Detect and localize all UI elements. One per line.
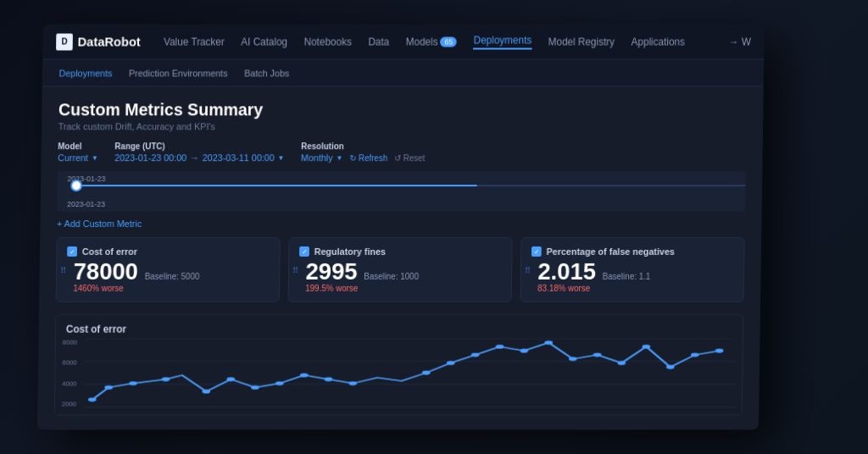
timeline-line [74,185,745,186]
brand-icon: D [56,33,73,50]
models-badge: 65 [440,36,457,47]
nav-item-deployments[interactable]: Deployments [474,34,532,49]
nav-item-ai-catalog[interactable]: AI Catalog [241,36,287,47]
model-value: Current [58,152,88,163]
model-control: Model Current ▼ [58,141,98,163]
svg-point-24 [643,345,651,349]
refresh-button[interactable]: ↻ Refresh [349,153,387,163]
chart-y-label-4000: 4000 [62,379,77,387]
metric-card-2-header: ✓ Regulatory fines [299,246,502,257]
metric-change-1: 1460% worse [67,284,270,293]
reset-label: Reset [403,153,426,163]
metric-value-row-3: 2.015 Baseline: 1.1 [531,260,733,284]
resolution-value: Monthly [301,152,333,163]
timeline-container: 2023-01-23 2023-01-23 [57,171,746,212]
nav-item-applications[interactable]: Applications [631,36,685,47]
brand: D DataRobot [56,33,141,50]
metric-cards: ⠿ ✓ Cost of error 78000 Baseline: 5000 1… [56,237,745,302]
metric-card-3-header: ✓ Percentage of false negatives [531,246,734,257]
resolution-label: Resolution [301,141,425,151]
drag-handle-icon: ⠿ [60,265,66,274]
svg-point-17 [471,353,480,357]
metric-name-1: Cost of error [82,246,137,257]
metric-baseline-2: Baseline: 1000 [364,272,419,281]
metric-value-row-2: 2995 Baseline: 1000 [299,260,502,284]
svg-point-4 [88,397,97,401]
chart-svg-container [84,339,736,408]
controls-row: Model Current ▼ Range (UTC) 2023-01-23 0… [58,141,746,163]
svg-point-14 [348,381,357,385]
sub-nav-batch-jobs[interactable]: Batch Jobs [244,68,289,78]
svg-point-7 [162,377,170,381]
metric-change-2: 199.5% worse [298,284,501,293]
chart-y-label-2000: 2000 [62,400,77,407]
svg-point-19 [520,349,528,353]
nav-item-data[interactable]: Data [368,36,389,47]
chart-y-label-6000: 6000 [62,359,77,367]
svg-point-13 [325,377,333,381]
metric-name-3: Percentage of false negatives [547,246,675,257]
svg-point-23 [617,361,626,365]
metric-card-1-header: ✓ Cost of error [67,246,270,257]
svg-point-15 [422,371,431,375]
metric-card-false-negatives: ⠿ ✓ Percentage of false negatives 2.015 … [520,237,744,302]
metric-value-2: 2995 [305,260,357,284]
svg-point-10 [251,385,259,390]
main-content: Custom Metrics Summary Track custom Drif… [37,86,764,429]
svg-point-20 [544,340,553,345]
timeline-date-top: 2023-01-23 [67,174,105,183]
drag-handle-icon-2: ⠿ [292,265,298,274]
brand-name: DataRobot [78,35,141,49]
resolution-dropdown[interactable]: Monthly ▼ [301,152,343,163]
svg-point-22 [593,353,602,357]
panel-wrapper: D DataRobot Value Tracker AI Catalog Not… [37,25,765,430]
scene: D DataRobot Value Tracker AI Catalog Not… [0,0,868,454]
checkbox-cost-of-error[interactable]: ✓ [67,246,77,257]
svg-point-6 [129,381,137,385]
main-panel: D DataRobot Value Tracker AI Catalog Not… [37,25,765,430]
checkbox-regulatory-fines[interactable]: ✓ [299,246,309,257]
add-custom-metric-button[interactable]: + Add Custom Metric [57,219,745,229]
metric-value-3: 2.015 [537,260,596,284]
timeline-dot[interactable] [70,180,82,191]
metric-baseline-3: Baseline: 1.1 [603,272,651,281]
chart-svg [84,339,736,408]
checkbox-false-negatives[interactable]: ✓ [531,246,542,257]
nav-item-notebooks[interactable]: Notebooks [304,36,352,47]
metric-name-2: Regulatory fines [314,246,386,257]
resolution-controls-row: Monthly ▼ ↻ Refresh ↺ Reset [301,152,425,163]
svg-point-11 [275,381,284,385]
range-label: Range (UTC) [114,141,284,151]
svg-point-27 [715,349,724,353]
svg-point-8 [202,390,210,394]
range-control: Range (UTC) 2023-01-23 00:00 → 2023-03-1… [114,141,285,163]
chart-area: Cost of error 8000 6000 4000 2000 [54,314,744,416]
nav-item-value-tracker[interactable]: Value Tracker [164,36,225,47]
nav-item-model-registry[interactable]: Model Registry [548,36,615,47]
reset-button[interactable]: ↺ Reset [394,153,425,163]
metric-card-cost-of-error: ⠿ ✓ Cost of error 78000 Baseline: 5000 1… [56,237,281,302]
svg-point-18 [496,345,504,349]
timeline-date-bottom: 2023-01-23 [67,200,105,208]
resolution-control: Resolution Monthly ▼ ↻ Refresh ↺ [301,141,426,163]
reset-icon: ↺ [394,153,401,163]
drag-handle-icon-3: ⠿ [525,265,531,274]
nav-arrow: → W [729,36,751,47]
model-label: Model [58,141,98,151]
svg-point-26 [691,353,699,357]
nav-item-models[interactable]: Models 65 [406,36,458,47]
resolution-chevron-icon: ▼ [337,154,343,162]
chart-y-label-8000: 8000 [63,339,78,346]
nav-right: → W [729,36,751,47]
metric-card-regulatory-fines: ⠿ ✓ Regulatory fines 2995 Baseline: 1000… [288,237,513,302]
refresh-label: Refresh [359,153,387,163]
refresh-icon: ↻ [349,153,356,163]
chart-y-labels: 8000 6000 4000 2000 [62,339,78,408]
